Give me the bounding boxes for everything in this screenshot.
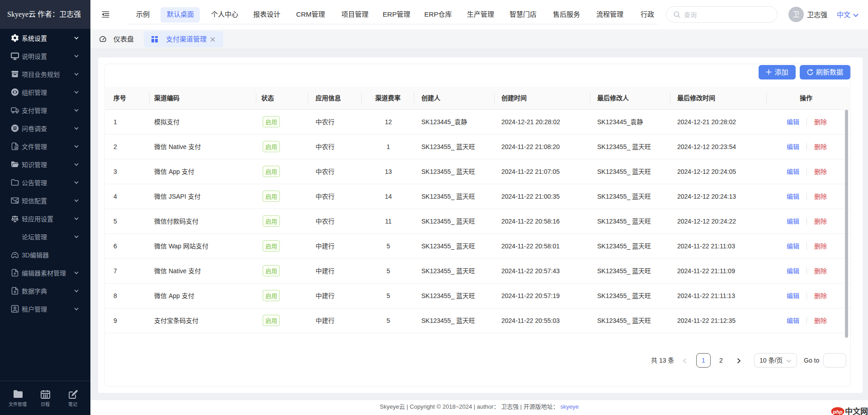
svg-text:php: php — [832, 409, 842, 415]
svg-text:中文网: 中文网 — [845, 407, 868, 415]
svg-text:R: R — [14, 290, 17, 294]
svg-text:P: P — [14, 272, 16, 276]
